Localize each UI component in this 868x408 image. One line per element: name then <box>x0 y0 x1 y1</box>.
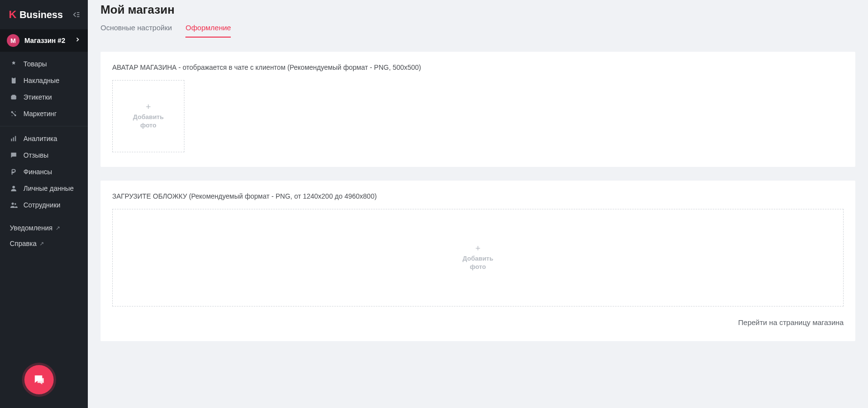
avatar-card: АВАТАР МАГАЗИНА - отображается в чате с … <box>101 52 855 167</box>
chevron-right-icon <box>74 36 81 45</box>
svg-point-15 <box>12 186 15 188</box>
tabs: Основные настройки Оформление <box>101 23 855 38</box>
main-content: Мой магазин Основные настройки Оформлени… <box>88 0 868 408</box>
sidebar-item-reviews[interactable]: Отзывы <box>0 147 88 163</box>
svg-point-17 <box>15 203 16 204</box>
svg-rect-3 <box>12 78 16 83</box>
nav-group-primary: Товары Накладные Этикетки Маркетинг <box>0 52 88 122</box>
svg-rect-14 <box>15 136 16 142</box>
nav-group-secondary: Аналитика Отзывы Финансы Личные данные С… <box>0 126 88 213</box>
sidebar-item-products[interactable]: Товары <box>0 56 88 72</box>
tab-design[interactable]: Оформление <box>185 23 231 38</box>
svg-point-10 <box>12 112 13 113</box>
reviews-icon <box>10 151 18 159</box>
plus-icon: + <box>475 244 481 253</box>
labels-icon <box>10 93 18 101</box>
avatar-upload-box[interactable]: + Добавить фото <box>112 80 184 152</box>
avatar-section-label: АВАТАР МАГАЗИНА - отображается в чате с … <box>112 63 844 71</box>
collapse-sidebar-button[interactable] <box>71 10 81 20</box>
nav-label: Накладные <box>23 77 60 84</box>
store-avatar: М <box>7 34 20 47</box>
sidebar-item-analytics[interactable]: Аналитика <box>0 130 88 147</box>
nav-label: Сотрудники <box>23 201 61 209</box>
finance-icon <box>10 168 18 176</box>
svg-point-11 <box>15 115 16 116</box>
goto-store-link[interactable]: Перейти на страницу магазина <box>738 318 844 326</box>
link-label: Уведомления <box>10 224 53 232</box>
page-title: Мой магазин <box>101 0 855 17</box>
tab-basic-settings[interactable]: Основные настройки <box>101 23 172 38</box>
analytics-icon <box>10 135 18 143</box>
personal-icon <box>10 184 18 192</box>
sidebar-item-labels[interactable]: Этикетки <box>0 89 88 105</box>
notifications-link[interactable]: Уведомления ↗ <box>10 220 78 236</box>
nav-label: Этикетки <box>23 93 52 101</box>
card-footer: Перейти на страницу магазина <box>112 318 844 326</box>
svg-rect-12 <box>11 139 12 141</box>
chat-icon <box>33 373 45 386</box>
store-name: Магаззин #2 <box>24 37 69 44</box>
brand-row: K Business <box>0 0 88 29</box>
sidebar-item-finance[interactable]: Финансы <box>0 163 88 180</box>
marketing-icon <box>10 110 18 118</box>
nav-label: Личные данные <box>23 184 74 192</box>
invoices-icon <box>10 77 18 84</box>
upload-text: Добавить фото <box>133 113 164 130</box>
svg-rect-6 <box>12 95 16 96</box>
svg-point-16 <box>12 203 14 205</box>
external-icon: ↗ <box>40 241 44 247</box>
cover-card: ЗАГРУЗИТЕ ОБЛОЖКУ (Рекомендуемый формат … <box>101 181 855 341</box>
help-link[interactable]: Справка ↗ <box>10 236 78 251</box>
external-icon: ↗ <box>56 225 60 231</box>
nav-label: Отзывы <box>23 151 48 159</box>
sidebar-item-invoices[interactable]: Накладные <box>0 72 88 89</box>
nav-label: Аналитика <box>23 135 57 143</box>
nav-label: Финансы <box>23 168 52 176</box>
brand-k: K <box>9 8 17 21</box>
brand[interactable]: K Business <box>9 8 63 21</box>
brand-name: Business <box>20 9 63 20</box>
store-switcher[interactable]: М Магаззин #2 <box>0 29 88 52</box>
plus-icon: + <box>146 102 151 111</box>
cover-upload-box[interactable]: + Добавить фото <box>112 209 844 306</box>
chat-fab[interactable] <box>24 365 54 394</box>
external-links: Уведомления ↗ Справка ↗ <box>0 213 88 251</box>
sidebar-item-marketing[interactable]: Маркетинг <box>0 105 88 122</box>
svg-rect-4 <box>13 77 15 78</box>
svg-rect-13 <box>13 137 14 141</box>
products-icon <box>10 60 18 68</box>
sidebar-item-employees[interactable]: Сотрудники <box>0 197 88 213</box>
upload-text: Добавить фото <box>463 255 493 271</box>
link-label: Справка <box>10 240 37 247</box>
sidebar-item-personal[interactable]: Личные данные <box>0 180 88 197</box>
cover-section-label: ЗАГРУЗИТЕ ОБЛОЖКУ (Рекомендуемый формат … <box>112 192 844 200</box>
employees-icon <box>10 201 18 209</box>
sidebar: K Business М Магаззин #2 Товары <box>0 0 88 408</box>
nav-label: Товары <box>23 60 47 68</box>
nav-label: Маркетинг <box>23 110 57 118</box>
